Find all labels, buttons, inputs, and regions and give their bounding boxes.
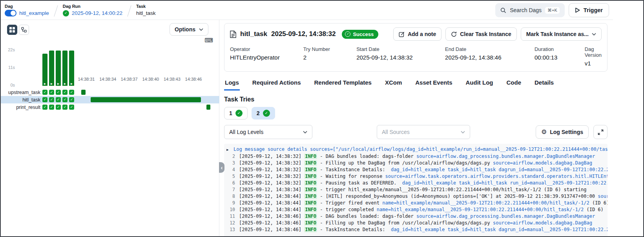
- log-link[interactable]: source=airflow.dag_processing.bundles.ma…: [416, 154, 595, 159]
- task-instance-check[interactable]: ✓: [42, 105, 47, 110]
- log-link[interactable]: source=airflow.dag_processing.bundles.ma…: [416, 213, 595, 219]
- log-timestamp: [2025-09-12, 14:38:34]: [239, 187, 304, 192]
- tab-required-actions[interactable]: Required Actions: [252, 77, 302, 90]
- log-line: 4[2025-09-12, 14:38:32] INFO - TaskInsta…: [226, 166, 608, 173]
- gear-icon: ⚙: [541, 129, 547, 135]
- breadcrumb: Dag hitl_example Dag Run ✓ 2025-09-12, 1…: [5, 4, 155, 17]
- log-link[interactable]: source=airflow.models.dagbag.DagBag: [493, 160, 592, 166]
- meta-label: Dag Version: [585, 46, 602, 58]
- log-text: - DAG bundles loaded: dags-folder: [317, 213, 416, 219]
- task-instance-header: hitl_task 2025-09-12, 14:38:32 ✓ Success…: [230, 27, 602, 41]
- tab-details[interactable]: Details: [534, 77, 555, 90]
- gantt-bar[interactable]: [206, 105, 210, 110]
- dag-run-bar[interactable]: ▶: [69, 51, 74, 86]
- breadcrumb-dagrun-link[interactable]: 2025-09-12, 14:00:22: [72, 10, 122, 16]
- line-number: 8: [226, 193, 235, 200]
- task-instance-check[interactable]: ✓: [49, 97, 54, 102]
- tab-audit-log[interactable]: Audit Log: [465, 77, 494, 90]
- log-viewer[interactable]: ▶Log message source details sources=["/u…: [224, 144, 608, 236]
- mark-task-instance-as-button[interactable]: Mark Task Instance as...: [521, 27, 602, 41]
- log-link[interactable]: dag_id=hitl_example: [391, 227, 445, 232]
- log-settings-button[interactable]: ⚙ Log Settings: [536, 125, 589, 139]
- meta-label: Operator: [230, 46, 303, 52]
- tab-logs[interactable]: Logs: [224, 77, 240, 90]
- dag-run-bar[interactable]: ▶: [56, 51, 61, 86]
- try-number: 2: [257, 110, 260, 116]
- breadcrumb-dagrun: Dag Run ✓ 2025-09-12, 14:00:22: [63, 4, 122, 17]
- task-instance-check[interactable]: ✓: [42, 90, 47, 95]
- tab-code[interactable]: Code: [505, 77, 522, 90]
- meta-label: Start Date: [356, 46, 445, 52]
- log-link[interactable]: task_id=hitl_task: [447, 227, 496, 232]
- log-link[interactable]: name=hitl_example/manual__2025-09-12T21:…: [377, 207, 584, 212]
- add-note-button[interactable]: Add a note: [393, 27, 441, 41]
- task-instance-states: ✓✓✓✓✓: [42, 105, 76, 110]
- log-link[interactable]: source=airflow: [598, 194, 608, 199]
- graph-view-button[interactable]: [19, 25, 29, 35]
- log-link[interactable]: dag_id=hitl_example: [402, 180, 456, 186]
- try-chip-2[interactable]: 2✓: [252, 107, 275, 119]
- expand-logs-button[interactable]: [593, 125, 608, 139]
- task-instance-check[interactable]: ✓: [49, 105, 54, 110]
- task-instance-panel: hitl_task 2025-09-12, 14:38:32 ✓ Success…: [219, 20, 613, 236]
- log-link[interactable]: dagrun_id=manual__2025-09-12T21:00:22.21…: [499, 167, 608, 172]
- search-dags-button[interactable]: Search Dags ⌘+K: [495, 3, 565, 17]
- breadcrumb-dag-link[interactable]: hitl_example: [19, 10, 49, 16]
- log-text: - Filling up the DagBag from /usr/local/…: [317, 160, 493, 166]
- dag-run-bar[interactable]: ▶: [42, 54, 47, 86]
- log-line: 12[2025-09-12, 14:38:46] INFO - Filling …: [226, 220, 608, 226]
- log-summary-line[interactable]: ▶Log message source details sources=["/u…: [226, 146, 608, 153]
- task-instance-check[interactable]: ✓: [62, 90, 68, 95]
- log-link[interactable]: name=hitl_example/manual__2025-09-12T21:…: [382, 200, 589, 206]
- try-chip-1[interactable]: 1✓: [224, 107, 248, 119]
- log-link[interactable]: dag_id=hitl_example: [391, 167, 445, 172]
- log-link[interactable]: dagrun_id=manual__2025-09-12T21:00:22.21…: [499, 227, 608, 232]
- task-instance-check[interactable]: ✓: [42, 97, 47, 102]
- grid-view-button[interactable]: [7, 25, 17, 35]
- task-instance-check[interactable]: ✓: [69, 97, 74, 102]
- task-instance-check[interactable]: ✓: [69, 105, 74, 110]
- log-sources-select[interactable]: All Sources: [377, 125, 470, 139]
- task-instance-check[interactable]: ✓: [62, 105, 68, 110]
- task-instance-check[interactable]: ✓: [49, 90, 54, 95]
- task-instance-check[interactable]: ✓: [56, 97, 61, 102]
- gantt-bar[interactable]: [91, 97, 201, 102]
- gantt-bar[interactable]: [81, 90, 86, 95]
- trigger-button[interactable]: Trigger: [569, 3, 609, 17]
- tab-xcom[interactable]: XCom: [384, 77, 403, 90]
- breadcrumb-dagrun-label: Dag Run: [63, 4, 122, 9]
- tab-asset-events[interactable]: Asset Events: [414, 77, 453, 90]
- clear-task-instance-button[interactable]: Clear Task Instance: [445, 27, 516, 41]
- task-instance-check[interactable]: ✓: [69, 90, 74, 95]
- log-levels-select[interactable]: All Log Levels: [224, 125, 312, 139]
- gantt-lane: [76, 96, 219, 103]
- task-row-print-result[interactable]: print_result✓✓✓✓✓: [1, 103, 219, 111]
- dag-run-bar[interactable]: ▶: [62, 51, 68, 86]
- log-text: - Waiting for response: [317, 174, 385, 179]
- task-instance-check[interactable]: ✓: [56, 105, 61, 110]
- log-text: - [HITL] responded_by=Anonymous (id=Anon…: [317, 194, 598, 199]
- chevron-down-icon: [592, 33, 596, 36]
- log-timestamp: [2025-09-12, 14:38:44]: [239, 207, 304, 212]
- log-text: - DAG bundles loaded: dags-folder: [317, 154, 416, 159]
- log-timestamp: [2025-09-12, 14:38:32]: [239, 167, 304, 172]
- options-button[interactable]: Options: [170, 23, 208, 36]
- log-link[interactable]: source=airflow.models.dagbag.DagBag: [493, 220, 592, 226]
- topbar-actions: Search Dags ⌘+K Trigger: [495, 3, 609, 17]
- task-instance-check[interactable]: ✓: [56, 90, 61, 95]
- task-instance-check[interactable]: ✓: [62, 97, 68, 102]
- refresh-icon: [451, 31, 457, 37]
- log-link[interactable]: task_id=hitl_task: [459, 180, 507, 186]
- panel-splitter-handle[interactable]: ‹: [219, 162, 224, 173]
- dag-run-bar[interactable]: ▶: [49, 51, 54, 86]
- log-link[interactable]: run_id=manual__2025-09-12T21:00:22.21144…: [510, 180, 608, 186]
- log-link[interactable]: source=airflow.task.operators.airflow.pr…: [385, 174, 608, 179]
- keyboard-shortcuts-icon[interactable]: ⌨: [204, 37, 213, 43]
- dag-pause-toggle[interactable]: [5, 10, 16, 16]
- breadcrumb-task: Task hitl_task: [136, 4, 156, 17]
- log-level: INFO: [304, 160, 317, 166]
- task-row-upstream-task[interactable]: upstream_task✓✓✓✓✓: [1, 89, 219, 96]
- tab-rendered-templates[interactable]: Rendered Templates: [313, 77, 372, 90]
- task-row-hitl-task[interactable]: hitl_task✓✓✓✓✓: [1, 96, 219, 103]
- log-link[interactable]: task_id=hitl_task: [447, 167, 496, 172]
